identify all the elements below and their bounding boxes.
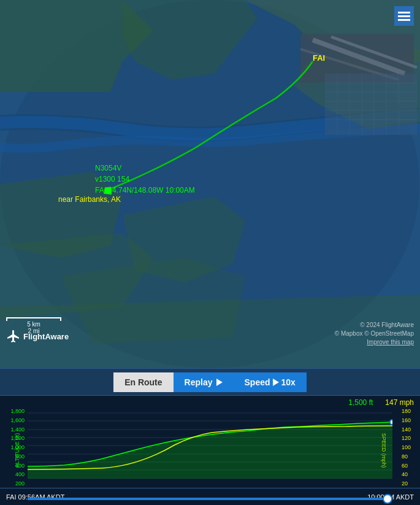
svg-point-32 xyxy=(390,420,392,425)
speed-tick: 80 xyxy=(402,453,417,460)
speed-tick: 120 xyxy=(402,435,417,441)
speed-tick: 40 xyxy=(402,471,417,477)
play-icon xyxy=(216,379,223,386)
speed-tick: 160 xyxy=(402,417,417,423)
location-label: near Fairbanks, AK xyxy=(58,195,121,204)
speed-button[interactable]: Speed 10x xyxy=(234,372,307,392)
flight-callsign: N3054V xyxy=(95,163,195,174)
svg-rect-22 xyxy=(398,19,410,21)
altitude-tick: 1,800 xyxy=(3,408,25,414)
timeline-bar: FAI 09:56AM AKDT 10:00AM AKDT xyxy=(0,488,420,505)
speed-tick: 180 xyxy=(402,408,417,414)
location-text: near Fairbanks, AK xyxy=(58,195,121,204)
enroute-button[interactable]: En Route xyxy=(113,372,173,392)
flightaware-logo: FlightAware xyxy=(6,329,69,344)
scrubber-track[interactable] xyxy=(28,498,392,500)
altitude-tick: 400 xyxy=(3,471,25,477)
chart-container: 1,500 ft 147 mph 2004006008001,0001,2001… xyxy=(0,395,420,505)
chart-svg xyxy=(28,405,392,479)
replay-button[interactable]: Replay xyxy=(174,372,234,392)
fai-label: FAI xyxy=(313,53,325,63)
copyright-text: © 2024 FlightAware © Mapbox © OpenStreet… xyxy=(335,321,414,347)
speed-tick: 60 xyxy=(402,463,417,469)
speed-play-icon xyxy=(273,379,279,386)
map-background xyxy=(0,0,420,368)
fai-text: FAI xyxy=(313,53,325,63)
layers-button[interactable] xyxy=(394,6,414,26)
flight-info: N3054V v1300 154 FAI 64.74N/148.08W 10:0… xyxy=(95,163,195,196)
flightaware-icon xyxy=(6,329,21,344)
speed-y-axis: 20406080100120140160180 xyxy=(402,408,417,487)
speed-tick: 140 xyxy=(402,426,417,433)
speed-tick: 20 xyxy=(402,480,417,487)
scale-km: 5 km xyxy=(6,321,61,328)
flight-info-line2: v1300 154 xyxy=(95,174,195,185)
altitude-axis-label: ALTITUDE (ft) xyxy=(14,433,20,468)
speed-tick: 100 xyxy=(402,444,417,450)
speed-label: Speed xyxy=(245,377,270,387)
replay-label: Replay xyxy=(185,377,213,387)
map-container: FAI N3054V v1300 154 FAI 64.74N/148.08W … xyxy=(0,0,420,368)
altitude-tick: 1,600 xyxy=(3,417,25,423)
svg-rect-21 xyxy=(398,15,410,17)
nav-bar: En Route Replay Speed 10x xyxy=(0,368,420,395)
scrubber-handle[interactable] xyxy=(383,494,392,504)
scrubber-fill xyxy=(28,498,392,500)
altitude-tick: 200 xyxy=(3,480,25,487)
enroute-label: En Route xyxy=(124,377,162,387)
flightaware-text: FlightAware xyxy=(23,332,69,341)
altitude-tick: 1,400 xyxy=(3,426,25,433)
flight-info-line3: FAI 64.74N/148.08W 10:00AM xyxy=(95,185,195,196)
speed-value: 10x xyxy=(281,377,296,387)
svg-rect-20 xyxy=(398,12,410,13)
